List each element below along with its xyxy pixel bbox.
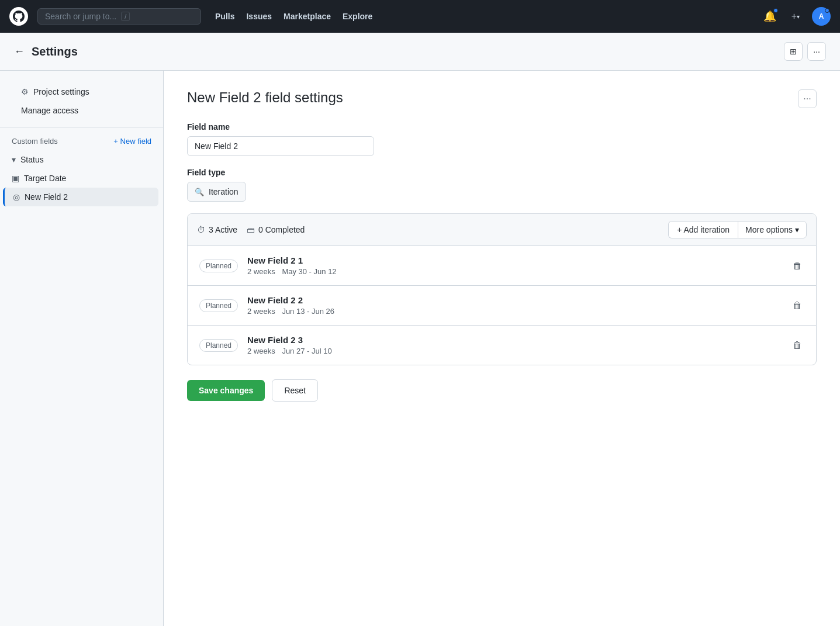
delete-iteration-button[interactable]: 🗑 [790,298,804,313]
sidebar-item-new-field-2-label: New Field 2 [25,192,68,202]
save-changes-button[interactable]: Save changes [187,380,265,401]
new-field-button[interactable]: + New field [113,137,151,146]
field-type-button[interactable]: 🔍 Iteration [187,182,246,202]
sidebar-item-status-label: Status [20,155,44,164]
more-options-label: More options [745,225,793,234]
dropdown-icon: ▾ [12,155,16,164]
main-content: New Field 2 field settings ··· Field nam… [164,71,840,626]
field-name-input[interactable] [187,136,374,156]
iteration-info: New Field 2 1 2 weeks May 30 - Jun 12 [247,255,781,276]
sidebar-main-section: ⚙ Project settings Manage access [0,82,163,120]
nav-marketplace[interactable]: Marketplace [284,12,331,21]
top-navigation: Search or jump to... / Pulls Issues Mark… [0,0,840,33]
sidebar-manage-access-label: Manage access [21,106,78,115]
gear-icon: ⚙ [21,87,29,96]
iteration-info: New Field 2 3 2 weeks Jun 27 - Jul 10 [247,335,781,355]
iteration-date-range: Jun 13 - Jun 26 [282,307,334,316]
iteration-icon: ◎ [13,192,20,202]
iteration-duration: 2 weeks [247,307,275,316]
plus-icon: + [791,11,797,22]
nav-issues[interactable]: Issues [246,12,272,21]
back-button[interactable]: ← [14,46,25,58]
iteration-duration: 2 weeks [247,267,275,276]
sidebar-item-project-settings-label: Project settings [33,87,89,96]
delete-iteration-button[interactable]: 🗑 [790,258,804,274]
nav-pulls[interactable]: Pulls [215,12,234,21]
sidebar-item-project-settings[interactable]: ⚙ Project settings [14,82,149,101]
panel-toggle-button[interactable]: ⊞ [784,42,803,61]
iteration-name: New Field 2 3 [247,335,781,345]
nav-explore[interactable]: Explore [343,12,372,21]
clock-icon: ⏱ [197,225,205,234]
page-title: Settings [32,45,78,58]
archive-icon: 🗃 [247,225,255,234]
iteration-dates: 2 weeks Jun 27 - Jul 10 [247,347,781,355]
header-more-icon: ··· [813,47,820,56]
settings-header-right: ⊞ ··· [784,42,826,61]
iteration-date-range: May 30 - Jun 12 [282,267,336,276]
delete-iteration-button[interactable]: 🗑 [790,338,804,353]
planned-badge: Planned [199,339,238,352]
calendar-icon: ▣ [12,174,19,183]
sidebar-item-target-date-label: Target Date [24,174,66,183]
field-type-label: Field type [187,168,817,177]
nav-links: Pulls Issues Marketplace Explore [215,12,372,21]
content-more-button[interactable]: ··· [798,89,817,108]
planned-badge: Planned [199,260,238,272]
settings-header-left: ← Settings [14,45,78,58]
field-name-section: Field name [187,122,817,156]
custom-fields-header: Custom fields + New field [0,134,163,148]
content-page-header: New Field 2 field settings ··· [187,89,817,108]
avatar-button[interactable]: A [812,7,831,26]
more-dots-icon: ··· [803,94,811,104]
iteration-info: New Field 2 2 2 weeks Jun 13 - Jun 26 [247,295,781,316]
iteration-dates: 2 weeks May 30 - Jun 12 [247,267,781,276]
github-logo[interactable] [9,7,28,26]
reset-button[interactable]: Reset [272,379,318,402]
sidebar: ⚙ Project settings Manage access Custom … [0,71,164,626]
iterations-header: ⏱ 3 Active 🗃 0 Completed + Add iteration… [188,214,816,246]
sidebar-item-target-date[interactable]: ▣ Target Date [5,169,158,188]
active-count: 3 Active [209,225,237,234]
active-iterations-stat: ⏱ 3 Active [197,225,237,234]
header-more-button[interactable]: ··· [807,42,826,61]
more-options-button[interactable]: More options ▾ [738,221,807,238]
search-placeholder: Search or jump to... [45,12,116,21]
completed-count: 0 Completed [258,225,305,234]
slash-shortcut: / [121,12,130,21]
more-options-arrow-icon: ▾ [795,225,799,234]
iteration-actions: + Add iteration More options ▾ [668,221,807,238]
custom-fields-label: Custom fields [12,137,58,146]
footer-actions: Save changes Reset [187,379,817,402]
iteration-row: Planned New Field 2 2 2 weeks Jun 13 - J… [188,286,816,326]
completed-iterations-stat: 🗃 0 Completed [247,225,305,234]
main-layout: ⚙ Project settings Manage access Custom … [0,71,840,626]
sidebar-divider [0,127,163,127]
notification-badge [773,8,778,13]
notifications-button[interactable]: 🔔 [761,7,779,26]
panel-icon: ⊞ [790,47,797,56]
content-heading: New Field 2 field settings [187,89,343,106]
iteration-name: New Field 2 2 [247,295,781,305]
avatar-badge [825,8,829,13]
plus-arrow-icon: ▾ [797,13,800,20]
field-type-value: Iteration [209,187,238,196]
sidebar-item-manage-access[interactable]: Manage access [14,101,149,120]
add-iteration-button[interactable]: + Add iteration [668,221,738,238]
sidebar-item-new-field-2[interactable]: ◎ New Field 2 [3,188,158,206]
plus-menu-button[interactable]: + ▾ [786,7,805,26]
iterations-container: ⏱ 3 Active 🗃 0 Completed + Add iteration… [187,213,817,365]
field-type-section: Field type 🔍 Iteration [187,168,817,202]
iteration-date-range: Jun 27 - Jul 10 [282,347,331,355]
iteration-name: New Field 2 1 [247,255,781,265]
search-icon: 🔍 [195,188,204,196]
planned-badge: Planned [199,299,238,312]
settings-header: ← Settings ⊞ ··· [0,33,840,71]
sidebar-item-status[interactable]: ▾ Status [5,150,158,169]
nav-right-controls: 🔔 + ▾ A [761,7,831,26]
field-name-label: Field name [187,122,817,132]
iteration-duration: 2 weeks [247,347,275,355]
iteration-row: Planned New Field 2 3 2 weeks Jun 27 - J… [188,326,816,365]
iteration-row: Planned New Field 2 1 2 weeks May 30 - J… [188,246,816,286]
search-bar[interactable]: Search or jump to... / [37,8,201,25]
